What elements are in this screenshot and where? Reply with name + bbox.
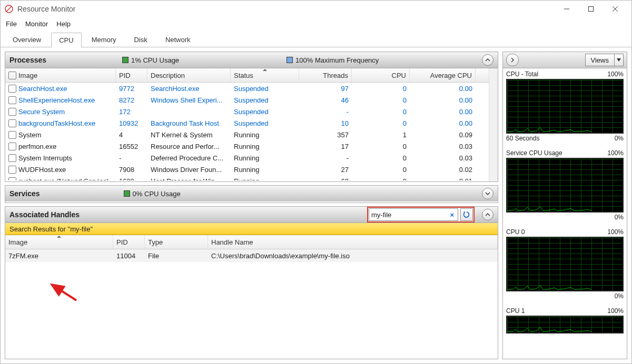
col-image[interactable]: Image — [5, 68, 116, 82]
row-checkbox[interactable] — [8, 108, 16, 116]
hcol-pid[interactable]: PID — [113, 235, 145, 249]
refresh-search-icon — [463, 211, 470, 218]
select-all-checkbox[interactable] — [8, 72, 16, 79]
collapse-icon[interactable] — [482, 54, 493, 66]
chart-canvas — [506, 237, 624, 291]
handles-body: 7zFM.exe 11004 File C:\Users\brad\Downlo… — [5, 249, 498, 262]
svg-line-1 — [6, 6, 12, 12]
table-row[interactable]: ShellExperienceHost.exe8272Windows Shell… — [5, 94, 498, 106]
handles-header[interactable]: Associated Handles my-file × — [5, 207, 498, 223]
chart-canvas — [506, 316, 624, 333]
close-button[interactable] — [603, 1, 627, 17]
chart-min: 0% — [615, 292, 624, 300]
table-row[interactable]: backgroundTaskHost.exe10932Background Ta… — [5, 117, 498, 129]
menu-monitor[interactable]: Monitor — [25, 20, 48, 28]
tab-bar: Overview CPU Memory Disk Network — [1, 30, 631, 47]
services-cpu-icon — [124, 190, 130, 197]
menu-help[interactable]: Help — [56, 20, 71, 28]
tab-disk[interactable]: Disk — [126, 32, 155, 47]
services-cpu-label: 0% CPU Usage — [133, 190, 181, 198]
row-checkbox[interactable] — [8, 131, 16, 139]
chart-max: 100% — [607, 307, 624, 315]
handles-collapse-icon[interactable] — [482, 209, 493, 220]
processes-panel: Processes 1% CPU Usage 100% Maximum Freq… — [5, 52, 498, 182]
chart-1: Service CPU Usage100%0% — [506, 149, 624, 221]
chart-xlabel: 60 Seconds — [506, 135, 539, 142]
row-checkbox[interactable] — [8, 143, 16, 150]
nav-forward-button[interactable] — [506, 54, 519, 66]
handle-pid: 11004 — [113, 252, 145, 260]
handles-columns: Image PID Type Handle Name — [5, 235, 498, 249]
table-row[interactable]: perfmon.exe16552Resource and Perfor...Ru… — [5, 140, 498, 152]
tab-overview[interactable]: Overview — [5, 32, 49, 47]
chart-min: 0% — [615, 135, 624, 142]
row-checkbox[interactable] — [8, 85, 16, 93]
table-row[interactable]: Secure System172Suspended-00.00 — [5, 106, 498, 117]
tab-cpu[interactable]: CPU — [51, 33, 81, 47]
max-freq-label: 100% Maximum Frequency — [295, 56, 379, 64]
views-dropdown-icon[interactable] — [615, 54, 624, 66]
annotation-arrow-icon — [47, 282, 84, 303]
chart-title: CPU 0 — [506, 228, 525, 236]
table-row[interactable]: WUDFHost.exe7908Windows Driver Foun...Ru… — [5, 164, 498, 175]
chart-canvas — [506, 79, 624, 134]
table-row[interactable]: System Interrupts-Deferred Procedure C..… — [5, 152, 498, 164]
services-panel: Services 0% CPU Usage — [5, 185, 498, 203]
svg-marker-9 — [617, 58, 621, 62]
hcol-image[interactable]: Image — [5, 235, 113, 249]
col-pid[interactable]: PID — [116, 68, 147, 82]
table-row[interactable]: System4NT Kernel & SystemRunning35710.09 — [5, 129, 498, 140]
processes-title: Processes — [9, 56, 46, 64]
search-button[interactable] — [460, 208, 473, 221]
services-title: Services — [9, 189, 40, 198]
chart-max: 100% — [607, 228, 624, 236]
handles-table: Image PID Type Handle Name 7zFM.exe 1100… — [5, 235, 498, 359]
maximize-button[interactable] — [579, 1, 603, 17]
row-checkbox[interactable] — [8, 177, 16, 181]
table-row[interactable]: SearchHost.exe9772SearchHost.exeSuspende… — [5, 83, 498, 94]
col-status[interactable]: Status — [231, 68, 299, 82]
col-cpu[interactable]: CPU — [352, 68, 410, 82]
col-description[interactable]: Description — [147, 68, 231, 82]
row-checkbox[interactable] — [8, 96, 16, 104]
menu-file[interactable]: File — [6, 20, 17, 28]
processes-body[interactable]: SearchHost.exe9772SearchHost.exeSuspende… — [5, 83, 498, 180]
window-title: Resource Monitor — [17, 5, 555, 13]
expand-icon[interactable] — [482, 188, 493, 199]
charts-area: CPU - Total100%60 Seconds0%Service CPU U… — [503, 68, 627, 359]
table-row[interactable]: 7zFM.exe 11004 File C:\Users\brad\Downlo… — [5, 249, 498, 262]
hcol-type[interactable]: Type — [145, 235, 208, 249]
chart-max: 100% — [607, 149, 624, 157]
clear-search-icon[interactable]: × — [448, 211, 456, 219]
hcol-handle-name[interactable]: Handle Name — [208, 235, 498, 249]
title-bar: Resource Monitor — [1, 1, 631, 17]
col-threads[interactable]: Threads — [299, 68, 352, 82]
svg-rect-3 — [589, 7, 594, 12]
col-avg-cpu[interactable]: Average CPU — [410, 68, 476, 82]
table-row[interactable]: svchost.exe (NetworkService)1600Host Pro… — [5, 175, 498, 180]
views-button[interactable]: Views — [585, 54, 615, 66]
left-pane: Processes 1% CPU Usage 100% Maximum Freq… — [5, 52, 498, 359]
content-area: Processes 1% CPU Usage 100% Maximum Freq… — [1, 47, 631, 363]
row-checkbox[interactable] — [8, 166, 16, 174]
chart-min: 0% — [615, 214, 624, 221]
row-checkbox[interactable] — [8, 119, 16, 127]
search-input[interactable]: my-file × — [369, 208, 458, 221]
right-pane: Views CPU - Total100%60 Seconds0%Service… — [502, 52, 627, 359]
services-header[interactable]: Services 0% CPU Usage — [5, 186, 498, 201]
minimize-button[interactable] — [555, 1, 579, 17]
search-results-bar: Search Results for "my-file" — [5, 223, 498, 235]
svg-line-8 — [52, 285, 76, 300]
tab-memory[interactable]: Memory — [84, 32, 124, 47]
cpu-usage-label: 1% CPU Usage — [131, 56, 179, 64]
window: Resource Monitor File Monitor Help Overv… — [0, 0, 632, 364]
menu-bar: File Monitor Help — [1, 17, 631, 30]
tab-network[interactable]: Network — [157, 32, 199, 47]
processes-header[interactable]: Processes 1% CPU Usage 100% Maximum Freq… — [5, 52, 498, 68]
chart-canvas — [506, 158, 624, 213]
handles-title: Associated Handles — [9, 210, 80, 219]
handle-name: C:\Users\brad\Downloads\example\my-file.… — [208, 252, 498, 260]
chart-title: CPU - Total — [506, 70, 538, 78]
scrollbar[interactable] — [489, 68, 498, 181]
row-checkbox[interactable] — [8, 154, 16, 162]
